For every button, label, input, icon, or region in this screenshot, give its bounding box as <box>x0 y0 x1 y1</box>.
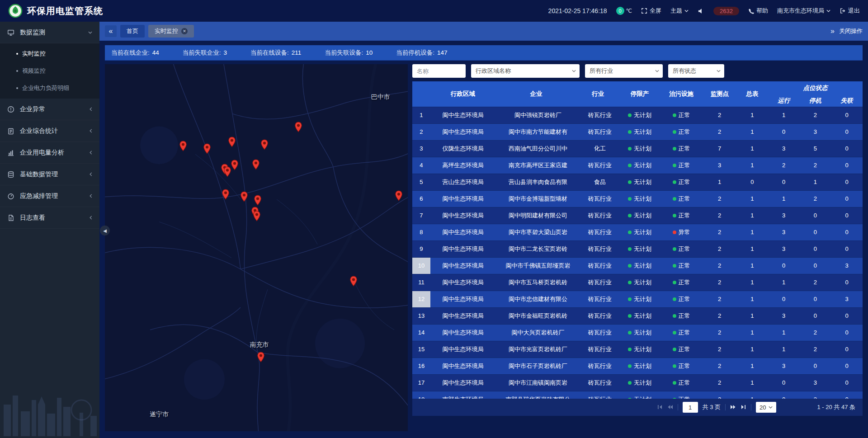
cell-meters: 1 <box>736 341 768 358</box>
sidebar-group-数据监测[interactable]: 数据监测 <box>0 22 99 43</box>
table-row[interactable]: 6阆中生态环境局阆中市金博瑞新型墙材砖瓦行业无计划正常21120 <box>412 190 863 207</box>
sidebar-item-企业电力负荷明细[interactable]: 企业电力负荷明细 <box>0 80 99 97</box>
region-filter-select[interactable]: 行政区域名称 <box>471 64 580 78</box>
region-filter-value: 行政区域名称 <box>476 67 511 75</box>
log-icon <box>7 214 15 221</box>
map-pin-icon[interactable] <box>241 191 248 202</box>
table-row[interactable]: 5营山生态环境局营山县润丰肉食品有限食品无计划正常10010 <box>412 174 863 190</box>
cell-company: 南充市高坪区王家店建 <box>495 157 576 174</box>
tabs-scroll-right-button[interactable]: » <box>830 25 835 37</box>
help-button[interactable]: 帮助 <box>748 7 768 15</box>
table-row[interactable]: 9阆中生态环境局阆中市二龙长宝页岩砖砖瓦行业无计划正常21300 <box>412 240 863 257</box>
sidebar-group-label: 企业综合统计 <box>20 127 58 135</box>
alert-count-badge[interactable]: 2632 <box>713 7 739 15</box>
first-page-icon <box>657 404 663 411</box>
tab-bar: « 首页 实时监控 ✕ » 关闭操作 <box>99 22 868 41</box>
name-filter-input[interactable] <box>412 64 466 78</box>
map-pin-icon[interactable] <box>228 137 236 147</box>
table-row[interactable]: 3仪陇生态环境局西南油气田分公司川中化工无计划正常71350 <box>412 140 863 157</box>
pagination-bar: 1 共 3 页 20 1 - 20 共 47 条 <box>412 399 863 416</box>
datetime-display: 2021-02-25 17:46:18 <box>548 7 607 14</box>
map-pin-icon[interactable] <box>222 189 230 200</box>
table-row[interactable]: 4高坪生态环境局南充市高坪区王家店建砖瓦行业无计划正常31220 <box>412 157 863 174</box>
map-pin-icon[interactable] <box>203 143 211 154</box>
table-row[interactable]: 17阆中生态环境局阆中市江南镇阆南页岩砖瓦行业无计划正常21030 <box>412 374 863 391</box>
cell-running: 1 <box>768 324 800 341</box>
sidebar-group-企业用电量分析[interactable]: 企业用电量分析 <box>0 142 99 164</box>
row-index: 2 <box>412 123 430 140</box>
prev-page-button[interactable] <box>667 404 673 411</box>
logout-button[interactable]: 退出 <box>840 7 860 15</box>
chevron-down-icon <box>717 70 721 72</box>
table-row[interactable]: 16阆中生态环境局阆中市石子页岩机砖厂砖瓦行业无计划正常21300 <box>412 358 863 374</box>
map-pin-icon[interactable] <box>254 195 261 206</box>
cell-points: 2 <box>703 324 736 341</box>
cell-points: 2 <box>703 224 736 240</box>
chevron-left-icon <box>90 194 92 198</box>
map-pin-icon[interactable] <box>253 211 261 221</box>
table-row[interactable]: 13阆中生态环境局阆中市金福旺页岩机砖砖瓦行业无计划正常21300 <box>412 307 863 324</box>
cell-region: 营山生态环境局 <box>430 174 495 190</box>
map-pin-icon[interactable] <box>231 160 239 170</box>
sidebar-group-企业综合统计[interactable]: 企业综合统计 <box>0 120 99 142</box>
map-pin-icon[interactable] <box>261 139 269 150</box>
last-page-button[interactable] <box>741 404 746 411</box>
green-dot-icon <box>673 197 676 201</box>
table-row[interactable]: 7阆中生态环境局阆中明阳建材有限公司砖瓦行业无计划正常21300 <box>412 207 863 224</box>
cell-company: 阆中大兴页岩机砖厂 <box>495 324 576 341</box>
map-panel[interactable]: 巴中市南充市遂宁市 ◀ <box>105 64 408 431</box>
tabs-scroll-left-button[interactable]: « <box>105 25 117 37</box>
close-tab-icon[interactable]: ✕ <box>181 28 188 34</box>
cell-meters: 1 <box>736 274 768 291</box>
map-pin-icon[interactable] <box>179 141 187 151</box>
page-number-input[interactable]: 1 <box>683 402 698 413</box>
sidebar-group-基础数据管理[interactable]: 基础数据管理 <box>0 164 99 185</box>
map-pin-icon[interactable] <box>252 159 259 170</box>
fullscreen-button[interactable]: 全屏 <box>641 7 661 15</box>
theme-dropdown[interactable]: 主题 <box>670 7 689 15</box>
next-page-button[interactable] <box>730 404 736 411</box>
top-right-toolbar: 2021-02-25 17:46:18 0 ℃ 全屏 主题 2632 帮助 南充… <box>548 7 860 15</box>
sidebar-item-实时监控[interactable]: 实时监控 <box>0 45 99 62</box>
stat-label: 当前失联企业: <box>183 49 221 56</box>
temperature-display: 0 ℃ <box>616 7 632 15</box>
green-dot-icon <box>628 264 632 268</box>
sidebar-group-企业异常[interactable]: 企业异常 <box>0 99 99 120</box>
page-size-select[interactable]: 20 <box>756 402 776 413</box>
cell-stopped: 1 <box>799 174 831 190</box>
fullscreen-icon <box>641 8 647 14</box>
cell-running: 3 <box>768 307 800 324</box>
table-row[interactable]: 11阆中生态环境局阆中市五马桥页岩机砖砖瓦行业无计划正常21120 <box>412 274 863 291</box>
table-header: 行政区域 企业 行业 停限产 治污设施 监测点 总表 点位状态 <box>412 81 863 107</box>
org-dropdown[interactable]: 南充市生态环境局 <box>777 7 830 15</box>
sidebar-group-日志查看[interactable]: 日志查看 <box>0 207 99 229</box>
row-index: 11 <box>412 274 430 291</box>
tab-realtime-monitor[interactable]: 实时监控 ✕ <box>148 25 194 38</box>
speaker-button[interactable] <box>698 8 704 14</box>
tab-home[interactable]: 首页 <box>120 25 145 38</box>
cell-meters: 1 <box>736 307 768 324</box>
cell-running: 0 <box>768 374 800 391</box>
table-row[interactable]: 12阆中生态环境局阆中市忠信建材有限公砖瓦行业无计划正常21003 <box>412 291 863 307</box>
industry-filter-select[interactable]: 所有行业 <box>585 64 663 78</box>
table-row[interactable]: 1阆中生态环境局阆中强锐页岩砖厂砖瓦行业无计划正常21120 <box>412 107 863 123</box>
map-pin-icon[interactable] <box>350 276 358 287</box>
map-pin-icon[interactable] <box>295 122 302 132</box>
table-row[interactable]: 14阆中生态环境局阆中大兴页岩机砖厂砖瓦行业无计划正常21120 <box>412 324 863 341</box>
status-filter-select[interactable]: 所有状态 <box>668 64 724 78</box>
cell-stopped: 2 <box>799 190 831 207</box>
sidebar-group-应急减排管理[interactable]: 应急减排管理 <box>0 185 99 207</box>
cell-industry: 砖瓦行业 <box>577 157 620 174</box>
sidebar-item-视频监控[interactable]: 视频监控 <box>0 62 99 80</box>
close-operations-button[interactable]: 关闭操作 <box>839 27 863 35</box>
table-row[interactable]: 2阆中生态环境局阆中市南方节能建材有砖瓦行业无计划正常21030 <box>412 123 863 140</box>
map-pin-icon[interactable] <box>224 166 231 177</box>
cell-meters: 1 <box>736 123 768 140</box>
first-page-button[interactable] <box>657 404 663 411</box>
map-pin-icon[interactable] <box>257 352 265 363</box>
table-row[interactable]: 10阆中生态环境局阆中市千佛镇五郎垭页岩砖瓦行业无计划正常21003 <box>412 257 863 274</box>
table-row[interactable]: 15阆中生态环境局阆中市光富页岩机砖厂砖瓦行业无计划正常21120 <box>412 341 863 358</box>
table-row[interactable]: 18南部生态环境局南部县瑞华页岩砖有限公砖瓦行业无计划正常21030 <box>412 391 863 399</box>
map-pin-icon[interactable] <box>395 190 402 201</box>
table-row[interactable]: 8阆中生态环境局阆中市枣碧大梁山页岩砖瓦行业无计划异常21300 <box>412 224 863 240</box>
